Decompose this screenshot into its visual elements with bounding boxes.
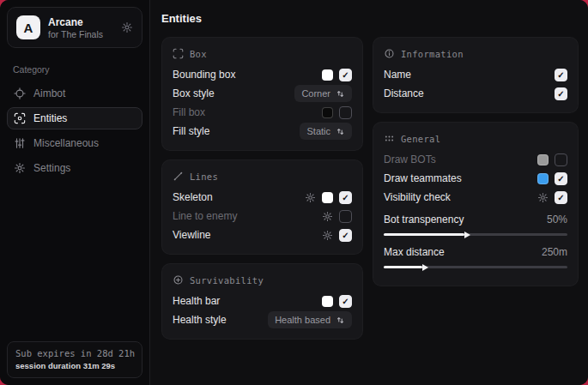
- plus-circle-icon: [173, 274, 184, 286]
- card-title: Survivability: [190, 275, 264, 286]
- box-style-dropdown[interactable]: Corner: [294, 85, 352, 102]
- max-distance-slider[interactable]: [384, 266, 567, 268]
- color-swatch[interactable]: [322, 192, 333, 203]
- setting-label: Distance: [384, 87, 424, 99]
- row-controls: [322, 295, 352, 308]
- checkbox[interactable]: [339, 210, 352, 223]
- gear-icon[interactable]: [322, 211, 333, 222]
- color-swatch[interactable]: [322, 69, 333, 81]
- slider-thumb[interactable]: [422, 264, 428, 271]
- info-icon: [384, 48, 395, 59]
- sidebar-item-entities[interactable]: Entities: [7, 107, 142, 129]
- page-title: Entities: [161, 12, 577, 25]
- slider-value: 50%: [547, 214, 567, 226]
- health-style-dropdown[interactable]: Health based: [268, 311, 352, 328]
- setting-row-health-style: Health style Health based: [173, 310, 352, 329]
- row-controls: [555, 87, 567, 100]
- checkbox[interactable]: [339, 106, 352, 119]
- information-card: Information Name Distance: [373, 37, 579, 113]
- up-down-arrows-icon: [336, 316, 345, 325]
- setting-label: Health style: [173, 314, 227, 326]
- brand-card: A Arcane for The Finals: [7, 7, 142, 48]
- setting-label: Fill box: [173, 106, 205, 118]
- gear-icon[interactable]: [305, 192, 316, 203]
- bot-transparency-slider[interactable]: [384, 233, 567, 236]
- sidebar-item-aimbot[interactable]: Aimbot: [7, 82, 142, 105]
- lines-card-header: Lines: [173, 171, 352, 182]
- card-title: Information: [401, 49, 464, 59]
- slider-thumb[interactable]: [464, 232, 470, 238]
- checkbox[interactable]: [555, 191, 567, 204]
- sidebar: A Arcane for The Finals Category: [0, 0, 150, 385]
- row-controls: Static: [300, 123, 352, 140]
- checkbox[interactable]: [555, 172, 567, 185]
- dropdown-value: Corner: [301, 88, 330, 99]
- row-controls: Health based: [268, 311, 352, 328]
- checkbox[interactable]: [339, 229, 352, 242]
- setting-row-box-style: Box style Corner: [173, 84, 352, 103]
- setting-label: Visibility check: [384, 191, 451, 203]
- general-card-header: General: [384, 133, 567, 144]
- checkbox[interactable]: [339, 69, 352, 81]
- checkbox[interactable]: [339, 295, 352, 308]
- setting-label: Draw BOTs: [384, 153, 436, 165]
- checkbox[interactable]: [339, 191, 352, 204]
- setting-row-draw-teammates: Draw teammates: [384, 169, 567, 188]
- slider-label: Max distance: [384, 246, 445, 258]
- setting-row-fill-box: Fill box: [173, 103, 352, 122]
- setting-label: Name: [384, 69, 411, 81]
- sidebar-item-label: Entities: [33, 112, 67, 124]
- setting-label: Draw teammates: [384, 172, 462, 184]
- up-down-arrows-icon: [336, 89, 345, 99]
- setting-row-bounding-box: Bounding box: [173, 65, 352, 84]
- color-swatch[interactable]: [322, 296, 333, 307]
- row-controls: [555, 69, 567, 81]
- fill-style-dropdown[interactable]: Static: [300, 123, 352, 140]
- sidebar-item-settings[interactable]: Settings: [7, 157, 142, 179]
- left-column: Box Bounding box Box style Cor: [161, 37, 363, 348]
- setting-row-visibility-check: Visibility check: [384, 188, 567, 207]
- setting-row-fill-style: Fill style Static: [173, 122, 352, 141]
- bot-transparency-slider-group: Bot transpenency 50%: [384, 211, 567, 236]
- row-controls: [537, 172, 567, 185]
- app-window: A Arcane for The Finals Category: [0, 0, 588, 385]
- setting-label: Health bar: [173, 295, 220, 307]
- slider-value: 250m: [542, 246, 567, 258]
- dropdown-value: Static: [306, 126, 330, 136]
- scan-icon: [14, 112, 26, 124]
- color-swatch[interactable]: [322, 107, 333, 118]
- sub-expiry-text: Sub expires in 28d 21h: [15, 348, 134, 358]
- checkbox[interactable]: [555, 153, 567, 166]
- logo-initial: A: [24, 21, 33, 35]
- app-logo: A: [16, 15, 40, 39]
- setting-label: Skeleton: [173, 191, 213, 203]
- row-controls: [322, 210, 352, 223]
- general-card: General Draw BOTs Draw teammates: [373, 122, 579, 286]
- category-label: Category: [13, 64, 149, 75]
- setting-row-distance: Distance: [384, 84, 567, 103]
- sidebar-item-miscellaneous[interactable]: Miscellaneous: [7, 132, 142, 154]
- setting-label: Line to enemy: [173, 210, 237, 222]
- dropdown-value: Health based: [275, 315, 330, 325]
- checkbox[interactable]: [555, 69, 567, 81]
- app-title: Arcane: [48, 16, 113, 28]
- slider-fill: [384, 233, 464, 236]
- slider-label: Bot transpenency: [384, 214, 464, 226]
- sidebar-item-label: Settings: [33, 162, 70, 174]
- session-duration-text: session duration 31m 29s: [15, 361, 134, 370]
- backdrop: { "colors": { "backdrop": "#b92342" }, "…: [0, 0, 588, 385]
- checkbox[interactable]: [555, 87, 567, 100]
- slider-fill: [384, 266, 422, 268]
- grid-dots-icon: [384, 133, 395, 144]
- setting-row-health-bar: Health bar: [173, 292, 352, 310]
- color-swatch[interactable]: [537, 173, 549, 184]
- gear-icon[interactable]: [322, 230, 333, 241]
- subscription-info: Sub expires in 28d 21h session duration …: [7, 341, 142, 378]
- survivability-card: Survivability Health bar Health style: [161, 263, 363, 340]
- row-controls: [305, 191, 352, 204]
- row-controls: [322, 106, 352, 119]
- gear-icon[interactable]: [537, 192, 549, 203]
- color-swatch[interactable]: [537, 154, 549, 165]
- card-title: Box: [190, 49, 207, 59]
- gear-icon[interactable]: [121, 21, 133, 33]
